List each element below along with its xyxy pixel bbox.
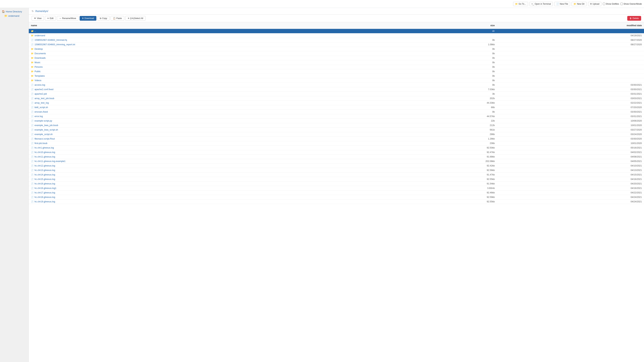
table-row[interactable]: 📄fibonacci.script.Rout1.28kb03/30/2020 <box>29 137 644 141</box>
table-row[interactable]: 📁..dir <box>29 29 644 33</box>
rename-move-button[interactable]: ↔ Rename/Move <box>57 16 78 21</box>
file-link[interactable]: 1598552907.634663_trimmed.fq <box>34 39 67 41</box>
file-link[interactable]: array_test_log <box>34 102 49 104</box>
view-button[interactable]: 👁 View <box>32 16 44 21</box>
file-link[interactable]: apache2.pid <box>34 93 47 95</box>
table-row[interactable]: 📄hc.chr11.glnexus.log.example1202.08kb04… <box>29 159 644 164</box>
table-row[interactable]: 📁Documents0b <box>29 51 644 56</box>
edit-button[interactable]: ✏ Edit <box>45 16 56 21</box>
new-dir-button[interactable]: 📁 New Dir <box>572 2 587 6</box>
table-row[interactable]: 📄hc.chr11.glnexus.log91.68kb04/08/2021 <box>29 155 644 159</box>
show-owner-mode-checkbox[interactable] <box>620 3 623 5</box>
file-link[interactable]: ondemand <box>34 34 45 37</box>
table-row[interactable]: 📁Music0b <box>29 60 644 65</box>
file-link[interactable]: first-job.bsub <box>34 142 48 145</box>
file-link[interactable]: hc.chr15.glnexus.log <box>34 178 55 181</box>
table-row[interactable]: 📄example_bwa_script.sh561b03/27/2020 <box>29 128 644 132</box>
download-button[interactable]: ⬇ Download <box>80 16 96 21</box>
file-link[interactable]: envvars.fixed <box>34 111 48 113</box>
file-link[interactable]: Documents <box>34 52 46 55</box>
table-row[interactable]: 📄example-script.py22b10/06/2020 <box>29 119 644 123</box>
file-link[interactable]: apache2.conf.fixed <box>34 88 54 91</box>
table-row[interactable]: 📁ondemand04/19/2021 <box>29 33 644 38</box>
file-link[interactable]: Downloads <box>34 57 46 59</box>
table-row[interactable]: 📄array_test_job.bsub202b03/03/2021 <box>29 96 644 101</box>
path-link[interactable]: /home/elyn/ <box>35 10 48 12</box>
table-row[interactable]: 📄apache2.conf.fixed7.03kb03/30/2021 <box>29 87 644 92</box>
file-link[interactable]: hc.chr14.glnexus.log <box>34 174 55 176</box>
table-row[interactable]: 📁Public0b <box>29 69 644 74</box>
table-row[interactable]: 📁Desktop0b <box>29 47 644 51</box>
goto-button[interactable]: 📁 Go To... <box>513 2 528 6</box>
sidebar-item-ondemand[interactable]: 📁 ondemand <box>0 14 28 18</box>
file-link[interactable]: hc.chr19.glnexus.log <box>34 200 55 203</box>
table-row[interactable]: 📄hc.chr15.glnexus.log92.55kb04/16/2021 <box>29 177 644 181</box>
table-row[interactable]: 📁Pictures0b <box>29 65 644 69</box>
table-row[interactable]: 📄access.log0b03/30/2021 <box>29 83 644 87</box>
file-link[interactable]: Pictures <box>34 66 42 68</box>
table-row[interactable]: 📄hc.chr16.glnexus.log91.54kb04/20/2021 <box>29 181 644 186</box>
table-row[interactable]: 📄hc.chr16.glnexus.log13.60mb04/16/2021 <box>29 186 644 190</box>
table-row[interactable]: 📄error.log44.57kb03/31/2021 <box>29 114 644 119</box>
file-link[interactable]: array_test_job.bsub <box>34 97 54 100</box>
file-link[interactable]: 1598552907.634663_trimming_report.txt <box>34 43 75 46</box>
select-all-button[interactable]: ✳ (Un)Select All <box>125 16 146 21</box>
file-link[interactable]: hc.chr13.glnexus.log <box>34 169 55 172</box>
file-link[interactable]: hc.chr12.glnexus.log <box>34 165 55 167</box>
col-name[interactable]: name <box>29 22 395 29</box>
file-link[interactable]: access.log <box>34 84 45 86</box>
table-row[interactable]: 📄1598552907.634663_trimmed.fq0b08/27/202… <box>29 38 644 42</box>
table-row[interactable]: 📄first-job.bsub236b10/01/2020 <box>29 141 644 146</box>
show-owner-mode-label[interactable]: Show Owner/Mode <box>620 3 642 5</box>
file-link[interactable]: Videos <box>34 79 41 82</box>
table-row[interactable]: 📄bkill_script.sh66b07/20/2020 <box>29 105 644 110</box>
col-size[interactable]: size <box>395 22 497 29</box>
file-link[interactable]: example_bwa_job.bsub <box>34 124 58 127</box>
table-row[interactable]: 📁Downloads0b <box>29 56 644 60</box>
table-row[interactable]: 📄hc.chr12.glnexus.log92.42kb04/10/2021 <box>29 164 644 168</box>
table-row[interactable]: 📁Templates0b <box>29 74 644 78</box>
table-row[interactable]: 📄envvars.fixed0b03/30/2021 <box>29 110 644 114</box>
table-row[interactable]: 📄hc.chr10.glnexus.log92.47kb04/02/2021 <box>29 150 644 155</box>
file-link[interactable]: hc.chr16.glnexus.log1 <box>34 187 56 189</box>
table-row[interactable]: 📄example_script.sh296b03/24/2020 <box>29 132 644 137</box>
open-terminal-button[interactable]: >_ Open in Terminal <box>530 2 553 6</box>
file-link[interactable]: hc.chr16.glnexus.log <box>34 182 55 185</box>
file-link[interactable]: hc.chr1.glnexus.log <box>34 147 54 149</box>
file-link[interactable]: fibonacci.script.Rout <box>34 138 55 140</box>
file-link[interactable]: hc.chr17.glnexus.log <box>34 191 55 194</box>
show-dotfiles-checkbox[interactable] <box>603 3 605 5</box>
table-row[interactable]: 📄example_bwa_job.bsub212b10/01/2020 <box>29 123 644 128</box>
file-link[interactable]: error.log <box>34 115 43 118</box>
table-row[interactable]: 📄hc.chr19.glnexus.log92.55kb04/24/2021 <box>29 199 644 204</box>
refresh-icon[interactable]: ↻ <box>32 10 34 12</box>
file-link[interactable]: Public <box>34 70 41 73</box>
upload-button[interactable]: ⬆ Upload <box>588 2 602 6</box>
table-row[interactable]: 📄apache2.pid3b03/31/2021 <box>29 92 644 96</box>
paste-button[interactable]: 📋 Paste <box>110 16 124 21</box>
copy-button[interactable]: ⧉ Copy <box>98 16 110 21</box>
show-dotfiles-label[interactable]: Show Dotfiles <box>603 3 619 5</box>
table-row[interactable]: 📄hc.chr18.glnexus.log92.59kb04/24/2021 <box>29 195 644 199</box>
table-row[interactable]: 📁Videos0b <box>29 78 644 83</box>
table-row[interactable]: 📄hc.chr14.glnexus.log91.47kb04/15/2021 <box>29 173 644 177</box>
file-link[interactable]: example-script.py <box>34 120 52 122</box>
delete-button[interactable]: 🗑 Delete <box>627 16 641 21</box>
file-link[interactable]: Templates <box>34 75 45 77</box>
file-link[interactable]: hc.chr11.glnexus.log <box>34 156 55 158</box>
table-row[interactable]: 📄hc.chr1.glnexus.log92.50kb05/16/2021 <box>29 146 644 150</box>
sidebar-item-home-directory[interactable]: 🏠 Home Directory <box>0 9 28 14</box>
file-link[interactable]: example_script.sh <box>34 133 53 136</box>
table-row[interactable]: 📄1598552907.634663_trimming_report.txt1.… <box>29 42 644 47</box>
file-link[interactable]: Desktop <box>34 48 43 50</box>
file-link[interactable]: example_bwa_script.sh <box>34 129 58 131</box>
file-link[interactable]: bkill_script.sh <box>34 106 48 109</box>
file-link[interactable]: .. <box>34 30 36 32</box>
file-link[interactable]: hc.chr10.glnexus.log <box>34 151 55 154</box>
table-row[interactable]: 📄hc.chr17.glnexus.log92.46kb04/22/2021 <box>29 190 644 195</box>
col-modified-date[interactable]: modified date <box>497 22 644 29</box>
table-row[interactable]: 📄hc.chr13.glnexus.log92.56kb04/13/2021 <box>29 168 644 173</box>
file-link[interactable]: hc.chr11.glnexus.log.example1 <box>34 160 66 163</box>
table-row[interactable]: 📄array_test_log44.33kb02/22/2021 <box>29 101 644 105</box>
file-link[interactable]: hc.chr18.glnexus.log <box>34 196 55 198</box>
